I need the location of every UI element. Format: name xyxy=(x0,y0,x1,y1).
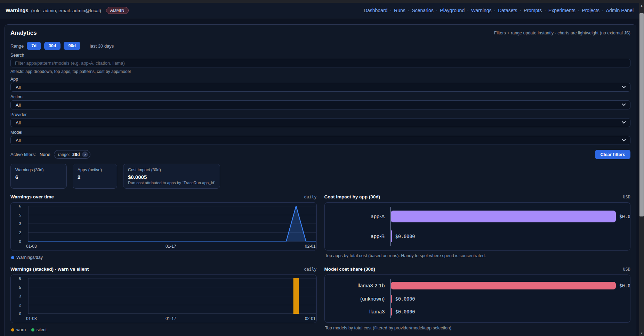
x-tick: 02-01 xyxy=(305,244,316,249)
y-tick: 6 xyxy=(19,276,21,280)
stat-card-warnings: Warnings (30d) 6 xyxy=(10,164,67,189)
stat-label: Apps (active) xyxy=(78,167,112,172)
nav-separator: · xyxy=(494,8,496,13)
clear-filters-button[interactable]: Clear filters xyxy=(595,150,630,159)
admin-badge: ADMIN xyxy=(106,7,129,14)
chart-unit: daily xyxy=(304,267,316,272)
legend-dot xyxy=(11,328,14,331)
bar-value: $0.0005 xyxy=(619,214,630,219)
nav-datasets[interactable]: Datasets xyxy=(498,8,517,13)
nav-separator: · xyxy=(390,8,392,13)
provider-select-value: All xyxy=(16,120,21,125)
bar-label: app-A xyxy=(325,214,390,219)
x-tick: 01-03 xyxy=(26,316,37,321)
bar-app-A xyxy=(391,211,616,222)
stat-card-apps: Apps (active) 2 xyxy=(73,164,117,189)
bar-label: llama3 xyxy=(325,309,390,314)
x-tick: 01-03 xyxy=(26,244,37,249)
model-select-label: Model xyxy=(10,130,630,135)
action-select-label: Action xyxy=(10,95,630,99)
nav-dashboard[interactable]: Dashboard xyxy=(364,8,388,13)
model-select[interactable]: All xyxy=(10,136,630,145)
scrollbar-up-icon[interactable]: ▲ xyxy=(639,3,644,8)
user-info: (role: admin, email: admin@local) xyxy=(31,8,101,13)
x-axis-labels: 01-03 01-17 02-01 xyxy=(26,316,316,321)
y-tick: 2 xyxy=(19,303,21,307)
nav-separator: · xyxy=(436,8,438,13)
chart-unit: USD xyxy=(623,195,630,199)
y-tick: 2 xyxy=(19,231,21,235)
chart-title-warnings-stacked: Warnings (stacked) · warn vs silent xyxy=(10,267,89,272)
chip-close-icon[interactable]: × xyxy=(82,151,88,157)
action-select[interactable]: All xyxy=(10,100,630,109)
range-7d-button[interactable]: 7d xyxy=(27,42,41,50)
y-tick: 3 xyxy=(19,222,21,226)
provider-select[interactable]: All xyxy=(10,118,630,127)
main-nav: Dashboard· Runs· Scenarios· Playground· … xyxy=(364,8,634,13)
legend-warn-silent: warn silent xyxy=(10,323,317,333)
nav-warnings[interactable]: Warnings xyxy=(471,8,492,13)
legend-label: warn xyxy=(16,327,26,332)
chart-title-model-cost-share: Model cost share (30d) xyxy=(324,267,375,272)
chevron-down-icon xyxy=(622,102,626,106)
range-label: Range xyxy=(10,43,24,49)
nav-playground[interactable]: Playground xyxy=(440,8,465,13)
y-tick: 3 xyxy=(19,294,21,298)
page-scrollbar[interactable]: ▲ ▼ xyxy=(639,3,644,336)
bar-value: $0.0000 xyxy=(395,233,415,239)
x-axis-labels: 01-03 01-17 02-01 xyxy=(26,244,316,249)
bar-llama321b xyxy=(391,282,616,289)
nav-runs[interactable]: Runs xyxy=(394,8,405,13)
nav-separator: · xyxy=(467,8,469,13)
y-tick: 0 xyxy=(19,239,21,244)
search-affects-note: Affects: app dropdown, top apps, top pat… xyxy=(10,69,630,74)
stat-value: 6 xyxy=(15,174,62,180)
window-top-strip xyxy=(0,0,644,3)
legend-label: Warnings/day xyxy=(16,255,43,260)
search-input[interactable] xyxy=(10,59,630,67)
nav-admin-panel[interactable]: Admin Panel xyxy=(606,8,634,13)
stat-card-cost: Cost impact (30d) $0.0005 Run cost attri… xyxy=(123,164,220,189)
chart-caption: Top models by total cost (filtered by pr… xyxy=(324,323,631,333)
nav-projects[interactable]: Projects xyxy=(582,8,599,13)
bar-label: app-B xyxy=(325,233,390,239)
active-filters-value: None xyxy=(40,152,50,157)
scrollbar-thumb[interactable] xyxy=(639,13,644,216)
chart-caption: Top apps by total cost (based on runs). … xyxy=(324,251,631,261)
chart-unit: daily xyxy=(304,195,316,199)
nav-experiments[interactable]: Experiments xyxy=(548,8,575,13)
model-cost-share-chart: llama3.2:1b $0.0005 (unknown) $0.0000 ll… xyxy=(324,274,631,323)
bar-unknown xyxy=(391,295,392,303)
x-tick: 01-17 xyxy=(166,244,176,249)
legend-warnings-over-time: Warnings/day xyxy=(10,251,317,261)
app-select[interactable]: All xyxy=(10,83,630,92)
page-title: Warnings xyxy=(6,8,29,13)
range-hint: last 30 days xyxy=(90,43,114,49)
bar-value: $0.0000 xyxy=(395,309,415,314)
panel-title: Analytics xyxy=(10,30,37,36)
stat-label: Warnings (30d) xyxy=(15,167,62,172)
model-select-value: All xyxy=(16,138,21,143)
legend-dot xyxy=(31,328,34,331)
bar-label: llama3.2:1b xyxy=(325,283,390,288)
x-tick: 02-01 xyxy=(305,316,316,321)
action-select-value: All xyxy=(16,103,21,108)
legend-label: silent xyxy=(37,327,47,332)
warnings-over-time-chart: 6 5 3 2 0 01-03 01-17 02-01 xyxy=(10,202,317,251)
y-axis-labels: 6 5 3 2 0 xyxy=(11,278,25,314)
nav-prompts[interactable]: Prompts xyxy=(524,8,542,13)
y-tick: 0 xyxy=(19,312,21,316)
nav-separator: · xyxy=(578,8,580,13)
stat-note: Run cost attributed to apps by `TraceRun… xyxy=(128,181,215,185)
panel-note: Filters + range update instantly · chart… xyxy=(494,31,630,35)
nav-scenarios[interactable]: Scenarios xyxy=(412,8,433,13)
range-30d-button[interactable]: 30d xyxy=(44,42,61,50)
app-select-value: All xyxy=(16,85,21,90)
scrollbar-down-icon[interactable]: ▼ xyxy=(639,330,644,336)
active-filters-label: Active filters: xyxy=(10,152,36,157)
chevron-down-icon xyxy=(622,120,626,124)
range-90d-button[interactable]: 90d xyxy=(64,42,80,50)
bar-value: $0.0005 xyxy=(619,283,630,288)
range-filter-chip: range: 30d × xyxy=(54,150,91,159)
chip-value: 30d xyxy=(72,152,80,157)
